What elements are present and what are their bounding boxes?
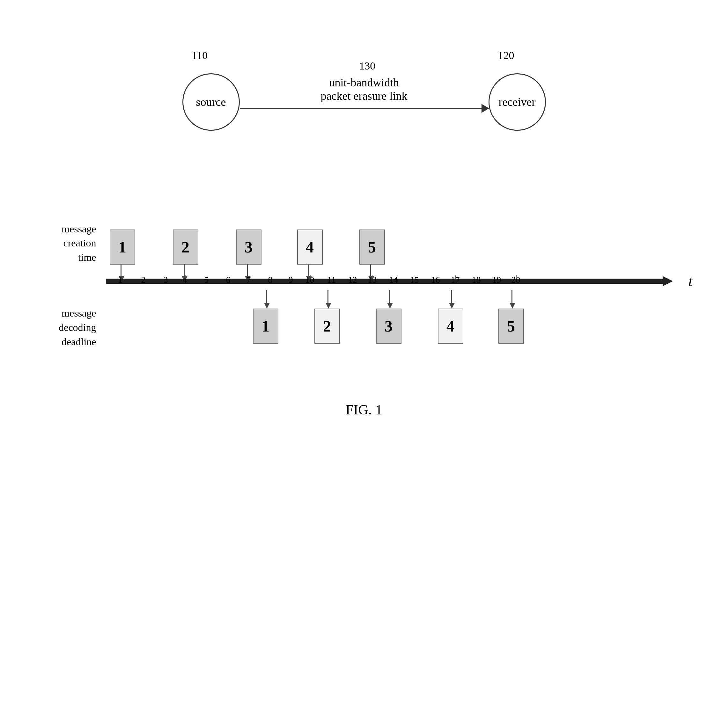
tick-3: 3 [164, 275, 168, 285]
tick-mark-17 [455, 276, 456, 279]
d-arrow-4-head [449, 303, 455, 309]
d-arrow-2-head [325, 303, 331, 309]
tick-16: 16 [431, 275, 440, 285]
top-diagram: 110 source 130 unit-bandwidth packet era… [0, 19, 728, 185]
tick-2: 2 [141, 275, 146, 285]
tick-11: 11 [327, 275, 336, 285]
tick-18: 18 [472, 275, 481, 285]
receiver-text: receiver [499, 95, 536, 109]
receiver-circle: receiver [488, 73, 546, 131]
tick-mark-13 [372, 276, 373, 279]
source-node: 110 source [182, 73, 240, 131]
d-arrow-1-line [266, 290, 267, 303]
timeline-axis: t [106, 279, 664, 284]
creation-timeline-area: 1 2 3 4 5 [106, 194, 699, 290]
deadline-box-2: 2 [314, 309, 340, 344]
source-node-label: 110 [192, 49, 208, 61]
tick-5: 5 [204, 275, 209, 285]
tick-mark-1 [121, 276, 121, 279]
creation-box-5: 5 [359, 229, 385, 265]
tick-mark-7 [249, 276, 249, 279]
timeline-diagram: message creation time 1 2 3 4 [29, 194, 699, 363]
link-line [240, 108, 488, 109]
deadline-box-4: 4 [438, 309, 464, 344]
deadline-box-5: 5 [498, 309, 524, 344]
tick-15: 15 [410, 275, 419, 285]
receiver-node: 120 receiver [488, 73, 546, 131]
tick-6: 6 [226, 275, 231, 285]
source-text: source [196, 95, 226, 109]
source-circle: source [182, 73, 240, 131]
deadline-area: 1 2 3 4 5 [106, 290, 699, 363]
tick-12: 12 [348, 275, 357, 285]
link-text: unit-bandwidth packet erasure link [321, 76, 408, 103]
tick-mark-4 [185, 276, 186, 279]
tick-mark-20 [516, 276, 517, 279]
deadline-box-1: 1 [253, 309, 278, 344]
creation-label: message creation time [29, 222, 106, 290]
creation-box-4: 4 [297, 229, 323, 265]
link-section: 130 unit-bandwidth packet erasure link [240, 95, 488, 109]
link-arrow [481, 104, 489, 113]
d-arrow-4-line [451, 290, 452, 303]
creation-box-2: 2 [173, 229, 198, 265]
receiver-node-label: 120 [498, 49, 514, 61]
deadline-box-3: 3 [376, 309, 401, 344]
t-label: t [689, 273, 693, 290]
fig-label: FIG. 1 [346, 402, 382, 418]
creation-box-3: 3 [236, 229, 262, 265]
d-arrow-3-head [387, 303, 393, 309]
creation-row: message creation time 1 2 3 4 [29, 194, 699, 290]
deadline-label: message decoding deadline [29, 290, 106, 349]
tick-marks-row: 1 2 3 4 5 6 7 8 9 10 11 12 [106, 284, 664, 290]
d-arrow-3-line [389, 290, 390, 303]
tick-14: 14 [389, 275, 398, 285]
d-arrow-2-line [327, 290, 328, 303]
timeline-arrow [663, 276, 673, 286]
tick-mark-10 [310, 276, 311, 279]
d-arrow-5-line [511, 290, 513, 303]
tick-9: 9 [289, 275, 293, 285]
deadline-row: message decoding deadline 1 2 3 [29, 290, 699, 363]
figure-container: 110 source 130 unit-bandwidth packet era… [0, 0, 728, 708]
link-label-number: 130 [359, 60, 375, 72]
d-arrow-1-head [264, 303, 270, 309]
creation-box-1: 1 [110, 229, 135, 265]
tick-19: 19 [493, 275, 501, 285]
tick-8: 8 [268, 275, 273, 285]
d-arrow-5-head [510, 303, 515, 309]
